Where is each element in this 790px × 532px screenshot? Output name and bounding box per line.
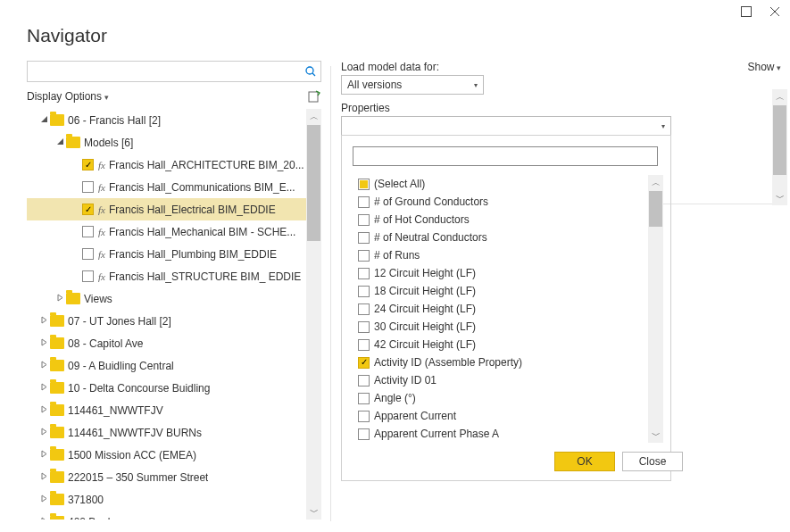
tree-item[interactable]: 222015 – 350 Summer Street — [27, 466, 321, 488]
properties-dropdown[interactable]: ▾ — [341, 116, 671, 136]
load-model-dropdown[interactable]: All versions ▾ — [341, 75, 484, 95]
property-item[interactable]: Activity ID (Assemble Property) — [353, 353, 663, 371]
folder-icon — [50, 337, 64, 349]
checkbox[interactable] — [358, 232, 370, 244]
properties-search[interactable] — [353, 146, 658, 166]
properties-panel: (Select All)# of Ground Conductors# of H… — [341, 135, 671, 481]
close-icon[interactable] — [769, 5, 781, 18]
tree-item[interactable]: 06 - Francis Hall [2] — [27, 109, 321, 131]
tree-item[interactable]: fxFrancis Hall_Electrical BIM_EDDIE — [27, 198, 321, 220]
expander-icon[interactable] — [37, 405, 50, 415]
checkbox[interactable] — [358, 375, 370, 387]
checkbox[interactable] — [358, 196, 370, 208]
tree-item[interactable]: 10 - Delta Concourse Buidling — [27, 377, 321, 399]
property-item[interactable]: # of Runs — [353, 246, 663, 264]
show-dropdown[interactable]: Show — [747, 61, 781, 73]
checkbox[interactable] — [82, 226, 94, 237]
checkbox[interactable] — [82, 159, 94, 170]
checkbox[interactable] — [358, 428, 370, 440]
expander-icon[interactable] — [37, 115, 50, 125]
checkbox[interactable] — [358, 321, 370, 333]
expander-icon[interactable] — [37, 495, 50, 504]
close-button[interactable]: Close — [622, 452, 683, 471]
ok-button[interactable]: OK — [554, 452, 615, 471]
scroll-up-icon[interactable]: ︿ — [772, 89, 787, 104]
scroll-thumb[interactable] — [307, 125, 320, 241]
checkbox[interactable] — [358, 339, 370, 351]
tree-item-label: Francis Hall_Communications BIM_E... — [109, 181, 295, 194]
checkbox[interactable] — [82, 270, 94, 282]
checkbox[interactable] — [358, 286, 370, 297]
maximize-icon[interactable] — [740, 5, 753, 18]
scroll-down-icon[interactable]: ﹀ — [772, 190, 787, 205]
checkbox[interactable] — [358, 214, 370, 226]
scroll-up-icon[interactable]: ︿ — [306, 109, 321, 124]
expander-icon[interactable] — [37, 472, 50, 482]
property-item[interactable]: # of Neutral Conductors — [353, 229, 663, 246]
expander-icon[interactable] — [37, 450, 50, 460]
tree-scrollbar[interactable]: ︿ ﹀ — [306, 109, 321, 520]
expander-icon[interactable] — [37, 517, 50, 520]
tree-item[interactable]: 114461_NWWTFJV BURNs — [27, 421, 321, 444]
property-item[interactable]: 12 Circuit Height (LF) — [353, 264, 663, 282]
tree-item[interactable]: Models [6] — [27, 131, 321, 154]
expander-icon[interactable] — [37, 361, 50, 370]
property-item[interactable]: 24 Circuit Height (LF) — [353, 300, 663, 318]
search-input[interactable] — [27, 61, 321, 82]
checkbox[interactable] — [358, 411, 370, 422]
tree-item[interactable]: fxFrancis Hall_ARCHITECTURE BIM_20... — [27, 154, 321, 176]
tree-item[interactable]: 09 - A Buidling Central — [27, 354, 321, 377]
tree-item[interactable]: fxFrancis Hall_Plumbing BIM_EDDIE — [27, 243, 321, 265]
display-options-dropdown[interactable]: Display Options — [27, 90, 109, 103]
checkbox[interactable] — [358, 393, 370, 404]
properties-search-field[interactable] — [353, 147, 657, 165]
tree-item-label: Francis Hall_STRUCTURE BIM_ EDDIE — [109, 270, 301, 283]
scroll-thumb[interactable] — [773, 105, 786, 175]
expander-icon[interactable] — [37, 316, 50, 326]
property-item[interactable]: 42 Circuit Height (LF) — [353, 336, 663, 353]
search-icon[interactable] — [301, 62, 320, 81]
checkbox[interactable] — [82, 181, 94, 193]
tree-item[interactable]: 07 - UT Jones Hall [2] — [27, 310, 321, 332]
properties-scrollbar[interactable]: ︿ ﹀ — [648, 175, 663, 443]
tree-item[interactable]: Views — [27, 287, 321, 310]
checkbox[interactable] — [82, 248, 94, 260]
expander-icon[interactable] — [37, 428, 50, 437]
tree-item[interactable]: fxFrancis Hall_Communications BIM_E... — [27, 176, 321, 198]
tree-item[interactable]: fxFrancis Hall_Mechanical BIM - SCHE... — [27, 220, 321, 243]
fx-icon: fx — [98, 182, 105, 193]
property-item[interactable]: Activity ID 01 — [353, 371, 663, 389]
checkbox[interactable] — [358, 357, 370, 369]
expander-icon[interactable] — [54, 294, 66, 303]
property-item[interactable]: Angle (°) — [353, 389, 663, 407]
checkbox[interactable] — [358, 250, 370, 262]
scroll-down-icon[interactable]: ﹀ — [306, 504, 321, 520]
scroll-up-icon[interactable]: ︿ — [652, 175, 661, 190]
property-item[interactable]: # of Ground Conductors — [353, 193, 663, 211]
refresh-icon[interactable] — [307, 89, 321, 104]
tree-item[interactable]: 371800 — [27, 488, 321, 511]
property-item[interactable]: Apparent Current Phase A — [353, 425, 663, 443]
tree-item[interactable]: 08 - Capitol Ave — [27, 332, 321, 354]
scroll-down-icon[interactable]: ﹀ — [652, 428, 661, 443]
property-item[interactable]: (Select All) — [353, 175, 663, 193]
outer-scrollbar[interactable]: ︿ ﹀ — [772, 89, 787, 205]
tree-item[interactable]: fxFrancis Hall_STRUCTURE BIM_ EDDIE — [27, 265, 321, 287]
tree-item[interactable]: 114461_NWWTFJV — [27, 399, 321, 421]
property-item[interactable]: Apparent Current — [353, 407, 663, 425]
tree-item[interactable]: 400 Beale — [27, 511, 321, 520]
checkbox[interactable] — [82, 204, 94, 215]
tree-item[interactable]: 1500 Mission ACC (EMEA) — [27, 444, 321, 466]
property-item[interactable]: # of Hot Conductors — [353, 211, 663, 229]
search-field[interactable] — [28, 62, 301, 81]
property-label: 30 Circuit Height (LF) — [374, 320, 476, 333]
checkbox[interactable] — [358, 179, 370, 190]
expander-icon[interactable] — [54, 137, 66, 147]
checkbox[interactable] — [358, 268, 370, 279]
property-item[interactable]: 18 Circuit Height (LF) — [353, 282, 663, 300]
property-item[interactable]: 30 Circuit Height (LF) — [353, 318, 663, 336]
expander-icon[interactable] — [37, 383, 50, 393]
scroll-thumb[interactable] — [649, 191, 662, 227]
expander-icon[interactable] — [37, 338, 50, 348]
checkbox[interactable] — [358, 303, 370, 315]
